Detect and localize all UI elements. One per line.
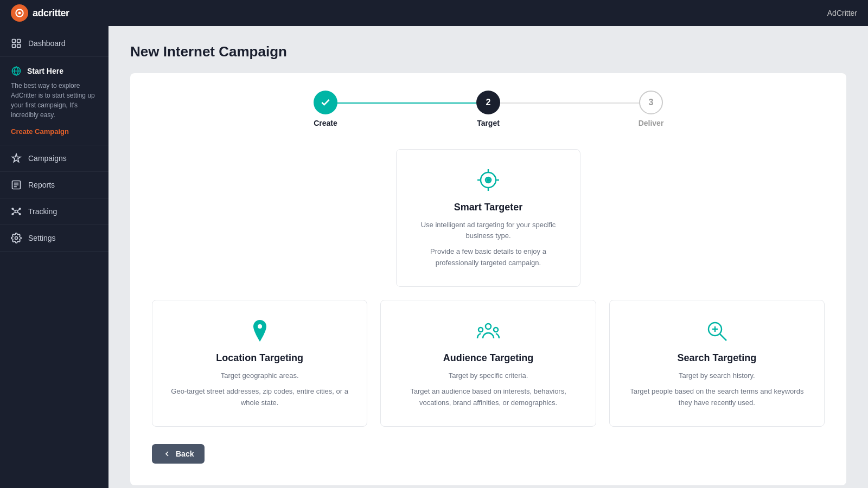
- svg-point-22: [486, 324, 491, 329]
- svg-rect-5: [17, 44, 21, 48]
- svg-point-13: [15, 237, 18, 240]
- start-here-title: Start Here: [27, 67, 63, 75]
- svg-rect-3: [17, 40, 21, 43]
- sidebar-item-dashboard[interactable]: Dashboard: [0, 30, 108, 57]
- tracking-label: Tracking: [28, 207, 57, 216]
- settings-label: Settings: [28, 234, 56, 242]
- svg-point-8: [15, 210, 18, 213]
- step-deliver-circle: 3: [639, 91, 663, 114]
- svg-point-20: [487, 179, 490, 182]
- step-target-label: Target: [477, 119, 500, 127]
- search-targeting-icon: [623, 318, 811, 344]
- smart-targeter-subtitle: Use intelligent ad targeting for your sp…: [410, 220, 567, 241]
- start-here-section: Start Here The best way to explore AdCri…: [0, 57, 108, 145]
- wizard-card: Create 2 Target 3 Deliver: [130, 73, 846, 485]
- search-targeting-card[interactable]: Search Targeting Target by search histor…: [609, 300, 825, 427]
- smart-targeter-title: Smart Targeter: [410, 202, 567, 213]
- svg-point-10: [19, 208, 20, 210]
- step-create-circle: [314, 91, 337, 114]
- sidebar: Dashboard Start Here The best way to exp…: [0, 26, 108, 488]
- start-here-header: Start Here: [11, 66, 98, 76]
- back-button-wrapper: Back: [152, 427, 825, 464]
- topbar-user: AdCritter: [827, 9, 857, 17]
- campaigns-icon: [11, 153, 22, 164]
- reports-label: Reports: [28, 181, 55, 189]
- svg-point-11: [12, 214, 14, 215]
- create-campaign-link[interactable]: Create Campaign: [11, 127, 69, 136]
- svg-line-26: [720, 334, 726, 341]
- reports-icon: [11, 179, 22, 190]
- back-button-label: Back: [176, 450, 194, 458]
- step-create: Create: [244, 91, 407, 127]
- top-card-wrapper: Smart Targeter Use intelligent ad target…: [152, 149, 825, 287]
- svg-point-23: [478, 328, 483, 332]
- step-target: 2 Target: [407, 91, 570, 127]
- location-targeting-icon: [165, 318, 354, 344]
- topbar: adcritter AdCritter: [0, 0, 868, 26]
- dashboard-label: Dashboard: [28, 39, 66, 48]
- sidebar-item-settings[interactable]: Settings: [0, 225, 108, 252]
- step-deliver-number: 3: [649, 98, 654, 107]
- bottom-cards-grid: Location Targeting Target geographic are…: [152, 300, 825, 427]
- search-targeting-title: Search Targeting: [623, 352, 811, 364]
- audience-targeting-desc: Target an audience based on interests, b…: [394, 386, 582, 409]
- audience-targeting-card[interactable]: Audience Targeting Target by specific cr…: [380, 300, 596, 427]
- logo-icon: [11, 4, 28, 22]
- svg-point-24: [494, 328, 498, 332]
- main-content: New Internet Campaign Create 2 Ta: [108, 26, 868, 488]
- logo: adcritter: [11, 4, 69, 22]
- step-target-circle: 2: [476, 91, 500, 114]
- search-targeting-subtitle: Target by search history.: [623, 370, 811, 381]
- campaigns-label: Campaigns: [28, 154, 67, 163]
- audience-targeting-subtitle: Target by specific criteria.: [394, 370, 582, 381]
- step-deliver: 3 Deliver: [570, 91, 732, 127]
- location-targeting-desc: Geo-target street addresses, zip codes, …: [165, 386, 354, 409]
- svg-point-9: [12, 208, 14, 210]
- location-targeting-title: Location Targeting: [165, 352, 354, 364]
- checkmark-icon: [320, 97, 331, 108]
- sidebar-item-tracking[interactable]: Tracking: [0, 198, 108, 225]
- step-create-label: Create: [314, 119, 337, 127]
- tracking-icon: [11, 206, 22, 217]
- globe-icon: [11, 66, 22, 76]
- settings-icon: [11, 233, 22, 243]
- search-targeting-desc: Target people based on the search terms …: [623, 386, 811, 409]
- steps-wrapper: Create 2 Target 3 Deliver: [244, 91, 732, 127]
- location-targeting-card[interactable]: Location Targeting Target geographic are…: [152, 300, 367, 427]
- svg-rect-2: [12, 40, 16, 43]
- smart-targeter-icon: [410, 167, 567, 193]
- back-chevron-icon: [163, 450, 171, 458]
- svg-point-21: [258, 324, 262, 329]
- svg-point-1: [18, 12, 21, 15]
- svg-point-12: [19, 214, 20, 215]
- layout: Dashboard Start Here The best way to exp…: [0, 26, 868, 488]
- step-target-number: 2: [486, 98, 491, 107]
- logo-text: adcritter: [33, 8, 69, 19]
- start-here-desc: The best way to explore AdCritter is to …: [11, 81, 98, 120]
- svg-rect-4: [12, 44, 16, 48]
- audience-targeting-title: Audience Targeting: [394, 352, 582, 364]
- back-button[interactable]: Back: [152, 444, 205, 464]
- location-targeting-subtitle: Target geographic areas.: [165, 370, 354, 381]
- dashboard-icon: [11, 38, 22, 49]
- sidebar-item-reports[interactable]: Reports: [0, 172, 108, 198]
- page-title: New Internet Campaign: [130, 43, 846, 60]
- sidebar-item-campaigns[interactable]: Campaigns: [0, 145, 108, 172]
- audience-targeting-icon: [394, 318, 582, 344]
- step-deliver-label: Deliver: [639, 119, 664, 127]
- smart-targeter-desc: Provide a few basic details to enjoy a p…: [410, 246, 567, 269]
- smart-targeter-card[interactable]: Smart Targeter Use intelligent ad target…: [396, 149, 580, 287]
